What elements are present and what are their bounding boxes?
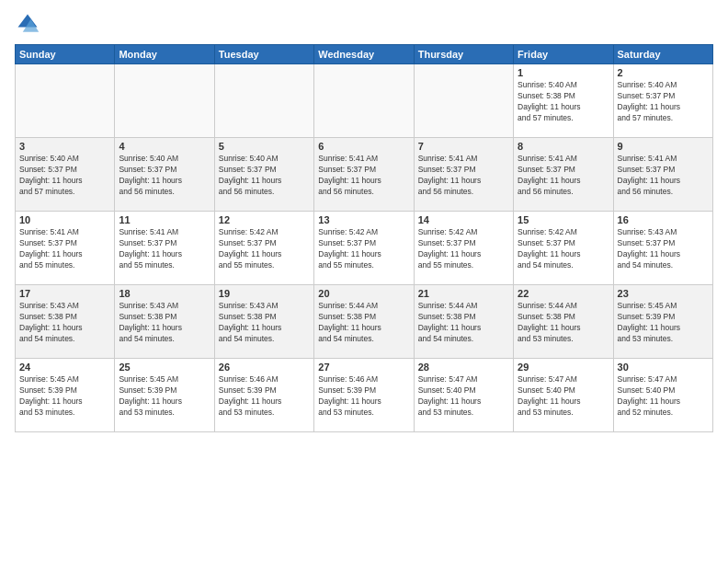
calendar-cell: 7Sunrise: 5:41 AM Sunset: 5:37 PM Daylig… (414, 138, 513, 212)
calendar-cell: 26Sunrise: 5:46 AM Sunset: 5:39 PM Dayli… (214, 359, 313, 432)
day-info: Sunrise: 5:43 AM Sunset: 5:38 PM Dayligh… (119, 301, 210, 345)
day-info: Sunrise: 5:46 AM Sunset: 5:39 PM Dayligh… (318, 374, 409, 419)
calendar-table: SundayMondayTuesdayWednesdayThursdayFrid… (15, 44, 713, 432)
day-number: 8 (518, 141, 609, 152)
day-info: Sunrise: 5:40 AM Sunset: 5:37 PM Dayligh… (219, 154, 310, 198)
calendar-cell: 8Sunrise: 5:41 AM Sunset: 5:37 PM Daylig… (514, 138, 613, 212)
day-info: Sunrise: 5:47 AM Sunset: 5:40 PM Dayligh… (418, 374, 509, 419)
day-header-wednesday: Wednesday (314, 45, 414, 64)
day-header-tuesday: Tuesday (214, 45, 313, 64)
day-number: 17 (19, 288, 110, 299)
calendar-cell: 23Sunrise: 5:45 AM Sunset: 5:39 PM Dayli… (613, 285, 712, 359)
calendar-cell: 25Sunrise: 5:45 AM Sunset: 5:39 PM Dayli… (115, 359, 214, 432)
calendar-cell: 18Sunrise: 5:43 AM Sunset: 5:38 PM Dayli… (115, 285, 214, 359)
day-info: Sunrise: 5:41 AM Sunset: 5:37 PM Dayligh… (19, 227, 110, 271)
day-number: 12 (219, 214, 310, 225)
header (15, 11, 713, 37)
calendar-cell: 30Sunrise: 5:47 AM Sunset: 5:40 PM Dayli… (613, 359, 712, 432)
day-number: 27 (318, 362, 409, 373)
calendar-cell: 22Sunrise: 5:44 AM Sunset: 5:38 PM Dayli… (514, 285, 613, 359)
calendar-cell: 29Sunrise: 5:47 AM Sunset: 5:40 PM Dayli… (514, 359, 613, 432)
calendar-cell: 14Sunrise: 5:42 AM Sunset: 5:37 PM Dayli… (414, 212, 513, 285)
day-number: 10 (19, 214, 110, 225)
day-info: Sunrise: 5:42 AM Sunset: 5:37 PM Dayligh… (318, 227, 409, 271)
day-info: Sunrise: 5:43 AM Sunset: 5:37 PM Dayligh… (618, 227, 709, 271)
day-number: 15 (518, 214, 609, 225)
calendar-cell: 3Sunrise: 5:40 AM Sunset: 5:37 PM Daylig… (16, 138, 115, 212)
calendar-cell: 1Sunrise: 5:40 AM Sunset: 5:38 PM Daylig… (514, 64, 613, 138)
day-number: 24 (19, 362, 110, 373)
day-info: Sunrise: 5:40 AM Sunset: 5:38 PM Dayligh… (518, 80, 609, 124)
calendar-cell: 4Sunrise: 5:40 AM Sunset: 5:37 PM Daylig… (115, 138, 214, 212)
day-info: Sunrise: 5:42 AM Sunset: 5:37 PM Dayligh… (518, 227, 609, 271)
day-number: 25 (119, 362, 210, 373)
week-row-3: 10Sunrise: 5:41 AM Sunset: 5:37 PM Dayli… (16, 212, 713, 285)
day-info: Sunrise: 5:41 AM Sunset: 5:37 PM Dayligh… (518, 154, 609, 198)
calendar-header: SundayMondayTuesdayWednesdayThursdayFrid… (16, 45, 713, 64)
day-info: Sunrise: 5:41 AM Sunset: 5:37 PM Dayligh… (119, 227, 210, 271)
week-row-1: 1Sunrise: 5:40 AM Sunset: 5:38 PM Daylig… (16, 64, 713, 138)
day-header-monday: Monday (115, 45, 214, 64)
calendar-cell: 6Sunrise: 5:41 AM Sunset: 5:37 PM Daylig… (314, 138, 414, 212)
calendar-cell: 19Sunrise: 5:43 AM Sunset: 5:38 PM Dayli… (214, 285, 313, 359)
calendar-body: 1Sunrise: 5:40 AM Sunset: 5:38 PM Daylig… (16, 64, 713, 432)
calendar-cell: 28Sunrise: 5:47 AM Sunset: 5:40 PM Dayli… (414, 359, 513, 432)
calendar-cell (314, 64, 414, 138)
day-number: 1 (518, 67, 609, 78)
day-info: Sunrise: 5:44 AM Sunset: 5:38 PM Dayligh… (518, 301, 609, 345)
calendar-cell: 17Sunrise: 5:43 AM Sunset: 5:38 PM Dayli… (16, 285, 115, 359)
day-header-sunday: Sunday (16, 45, 115, 64)
calendar-cell: 2Sunrise: 5:40 AM Sunset: 5:37 PM Daylig… (613, 64, 712, 138)
calendar-cell (115, 64, 214, 138)
day-number: 29 (518, 362, 609, 373)
calendar-cell: 16Sunrise: 5:43 AM Sunset: 5:37 PM Dayli… (613, 212, 712, 285)
day-info: Sunrise: 5:41 AM Sunset: 5:37 PM Dayligh… (418, 154, 509, 198)
day-number: 2 (618, 67, 709, 78)
calendar-cell: 24Sunrise: 5:45 AM Sunset: 5:39 PM Dayli… (16, 359, 115, 432)
calendar-cell: 21Sunrise: 5:44 AM Sunset: 5:38 PM Dayli… (414, 285, 513, 359)
calendar-cell (16, 64, 115, 138)
day-info: Sunrise: 5:45 AM Sunset: 5:39 PM Dayligh… (119, 374, 210, 419)
day-number: 26 (219, 362, 310, 373)
day-info: Sunrise: 5:45 AM Sunset: 5:39 PM Dayligh… (618, 301, 709, 345)
header-row: SundayMondayTuesdayWednesdayThursdayFrid… (16, 45, 713, 64)
calendar-cell: 27Sunrise: 5:46 AM Sunset: 5:39 PM Dayli… (314, 359, 414, 432)
day-number: 14 (418, 214, 509, 225)
day-info: Sunrise: 5:47 AM Sunset: 5:40 PM Dayligh… (518, 374, 609, 419)
calendar-cell: 12Sunrise: 5:42 AM Sunset: 5:37 PM Dayli… (214, 212, 313, 285)
day-info: Sunrise: 5:43 AM Sunset: 5:38 PM Dayligh… (19, 301, 110, 345)
logo-icon (15, 11, 40, 37)
day-number: 6 (318, 141, 409, 152)
day-info: Sunrise: 5:42 AM Sunset: 5:37 PM Dayligh… (418, 227, 509, 271)
day-info: Sunrise: 5:43 AM Sunset: 5:38 PM Dayligh… (219, 301, 310, 345)
day-info: Sunrise: 5:41 AM Sunset: 5:37 PM Dayligh… (618, 154, 709, 198)
day-number: 4 (119, 141, 210, 152)
day-info: Sunrise: 5:40 AM Sunset: 5:37 PM Dayligh… (119, 154, 210, 198)
day-info: Sunrise: 5:42 AM Sunset: 5:37 PM Dayligh… (219, 227, 310, 271)
day-number: 11 (119, 214, 210, 225)
day-number: 7 (418, 141, 509, 152)
day-info: Sunrise: 5:40 AM Sunset: 5:37 PM Dayligh… (19, 154, 110, 198)
day-info: Sunrise: 5:46 AM Sunset: 5:39 PM Dayligh… (219, 374, 310, 419)
day-number: 30 (618, 362, 709, 373)
calendar-cell: 11Sunrise: 5:41 AM Sunset: 5:37 PM Dayli… (115, 212, 214, 285)
day-number: 13 (318, 214, 409, 225)
day-info: Sunrise: 5:44 AM Sunset: 5:38 PM Dayligh… (318, 301, 409, 345)
week-row-5: 24Sunrise: 5:45 AM Sunset: 5:39 PM Dayli… (16, 359, 713, 432)
day-header-thursday: Thursday (414, 45, 513, 64)
day-number: 20 (318, 288, 409, 299)
calendar-cell: 5Sunrise: 5:40 AM Sunset: 5:37 PM Daylig… (214, 138, 313, 212)
day-number: 22 (518, 288, 609, 299)
day-number: 28 (418, 362, 509, 373)
day-number: 18 (119, 288, 210, 299)
day-info: Sunrise: 5:41 AM Sunset: 5:37 PM Dayligh… (318, 154, 409, 198)
calendar-cell (214, 64, 313, 138)
day-info: Sunrise: 5:44 AM Sunset: 5:38 PM Dayligh… (418, 301, 509, 345)
day-number: 16 (618, 214, 709, 225)
day-number: 5 (219, 141, 310, 152)
calendar-cell: 15Sunrise: 5:42 AM Sunset: 5:37 PM Dayli… (514, 212, 613, 285)
calendar-cell: 13Sunrise: 5:42 AM Sunset: 5:37 PM Dayli… (314, 212, 414, 285)
calendar-cell: 9Sunrise: 5:41 AM Sunset: 5:37 PM Daylig… (613, 138, 712, 212)
day-number: 9 (618, 141, 709, 152)
calendar-cell: 10Sunrise: 5:41 AM Sunset: 5:37 PM Dayli… (16, 212, 115, 285)
